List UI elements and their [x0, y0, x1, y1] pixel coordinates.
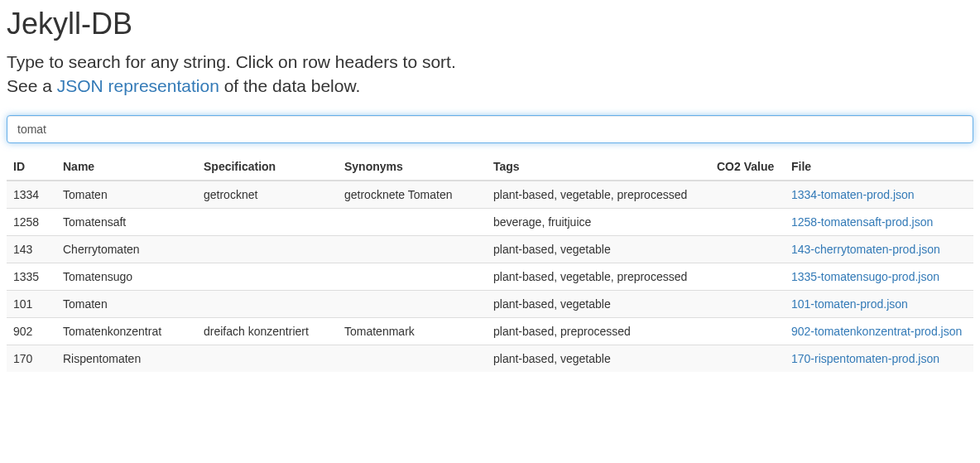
- table-header-row: ID Name Specification Synonyms Tags CO2 …: [7, 153, 973, 181]
- cell-id: 1334: [7, 181, 56, 209]
- cell-file: 1334-tomaten-prod.json: [785, 181, 973, 209]
- cell-name: Tomatensugo: [56, 263, 197, 290]
- table-row: 1335Tomatensugoplant-based, vegetable, p…: [7, 263, 973, 290]
- cell-co2: [710, 235, 785, 263]
- table-row: 902Tomatenkonzentratdreifach konzentrier…: [7, 317, 973, 345]
- cell-tags: plant-based, vegetable: [487, 235, 710, 263]
- cell-tags: plant-based, vegetable, preprocessed: [487, 263, 710, 290]
- cell-co2: [710, 317, 785, 345]
- file-link[interactable]: 170-rispentomaten-prod.json: [791, 352, 939, 365]
- cell-specification: getrocknet: [197, 181, 338, 209]
- cell-id: 902: [7, 317, 56, 345]
- cell-synonyms: [338, 235, 487, 263]
- lead-line2-suffix: of the data below.: [219, 76, 360, 95]
- cell-name: Cherrytomaten: [56, 235, 197, 263]
- column-header-co2[interactable]: CO2 Value: [710, 153, 785, 181]
- cell-synonyms: [338, 290, 487, 317]
- cell-synonyms: [338, 263, 487, 290]
- column-header-file[interactable]: File: [785, 153, 973, 181]
- file-link[interactable]: 101-tomaten-prod.json: [791, 297, 908, 311]
- cell-file: 902-tomatenkonzentrat-prod.json: [785, 317, 973, 345]
- column-header-tags[interactable]: Tags: [487, 153, 710, 181]
- cell-name: Tomaten: [56, 181, 197, 209]
- cell-synonyms: [338, 208, 487, 235]
- cell-specification: [197, 290, 338, 317]
- cell-file: 170-rispentomaten-prod.json: [785, 345, 973, 372]
- file-link[interactable]: 1258-tomatensaft-prod.json: [791, 215, 933, 229]
- cell-file: 1335-tomatensugo-prod.json: [785, 263, 973, 290]
- file-link[interactable]: 143-cherrytomaten-prod.json: [791, 243, 940, 256]
- cell-name: Tomatensaft: [56, 208, 197, 235]
- lead-line2-prefix: See a: [7, 76, 57, 95]
- cell-id: 1335: [7, 263, 56, 290]
- data-table: ID Name Specification Synonyms Tags CO2 …: [7, 153, 973, 372]
- cell-co2: [710, 263, 785, 290]
- cell-specification: dreifach konzentriert: [197, 317, 338, 345]
- cell-co2: [710, 345, 785, 372]
- cell-specification: [197, 208, 338, 235]
- file-link[interactable]: 1334-tomaten-prod.json: [791, 188, 915, 201]
- cell-file: 101-tomaten-prod.json: [785, 290, 973, 317]
- lead-text: Type to search for any string. Click on …: [7, 50, 973, 99]
- cell-synonyms: Tomatenmark: [338, 317, 487, 345]
- cell-file: 143-cherrytomaten-prod.json: [785, 235, 973, 263]
- cell-id: 101: [7, 290, 56, 317]
- cell-name: Tomaten: [56, 290, 197, 317]
- cell-synonyms: getrocknete Tomaten: [338, 181, 487, 209]
- cell-tags: plant-based, preprocessed: [487, 317, 710, 345]
- table-row: 143Cherrytomatenplant-based, vegetable14…: [7, 235, 973, 263]
- cell-tags: plant-based, vegetable: [487, 345, 710, 372]
- cell-tags: plant-based, vegetable: [487, 290, 710, 317]
- cell-name: Tomatenkonzentrat: [56, 317, 197, 345]
- cell-synonyms: [338, 345, 487, 372]
- cell-id: 143: [7, 235, 56, 263]
- table-row: 101Tomatenplant-based, vegetable101-toma…: [7, 290, 973, 317]
- cell-specification: [197, 345, 338, 372]
- table-row: 1258Tomatensaftbeverage, fruitjuice1258-…: [7, 208, 973, 235]
- cell-co2: [710, 208, 785, 235]
- cell-id: 1258: [7, 208, 56, 235]
- cell-specification: [197, 235, 338, 263]
- cell-co2: [710, 290, 785, 317]
- cell-tags: plant-based, vegetable, preprocessed: [487, 181, 710, 209]
- cell-tags: beverage, fruitjuice: [487, 208, 710, 235]
- cell-id: 170: [7, 345, 56, 372]
- page-title: Jekyll-DB: [7, 7, 973, 41]
- cell-specification: [197, 263, 338, 290]
- column-header-specification[interactable]: Specification: [197, 153, 338, 181]
- file-link[interactable]: 1335-tomatensugo-prod.json: [791, 270, 939, 283]
- lead-line1: Type to search for any string. Click on …: [7, 52, 456, 71]
- json-representation-link[interactable]: JSON representation: [57, 76, 219, 95]
- column-header-id[interactable]: ID: [7, 153, 56, 181]
- file-link[interactable]: 902-tomatenkonzentrat-prod.json: [791, 325, 962, 338]
- column-header-synonyms[interactable]: Synonyms: [338, 153, 487, 181]
- column-header-name[interactable]: Name: [56, 153, 197, 181]
- search-input[interactable]: [7, 115, 973, 143]
- table-row: 1334Tomatengetrocknetgetrocknete Tomaten…: [7, 181, 973, 209]
- cell-co2: [710, 181, 785, 209]
- cell-name: Rispentomaten: [56, 345, 197, 372]
- cell-file: 1258-tomatensaft-prod.json: [785, 208, 973, 235]
- table-row: 170Rispentomatenplant-based, vegetable17…: [7, 345, 973, 372]
